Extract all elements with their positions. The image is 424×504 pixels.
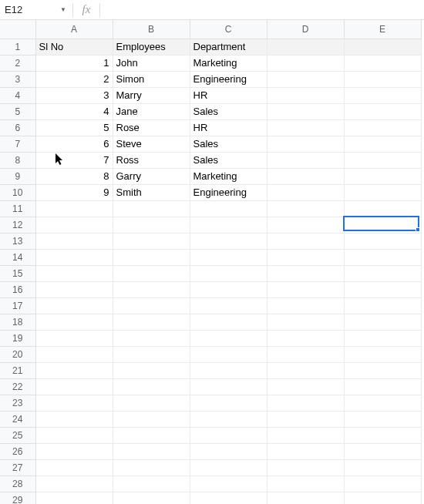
row-header-20[interactable]: 20 — [0, 346, 35, 362]
cell-D23[interactable] — [267, 395, 344, 411]
cell-A19[interactable] — [35, 330, 113, 346]
cell-A4[interactable]: 3 — [35, 87, 113, 103]
cell-D28[interactable] — [267, 475, 344, 492]
col-header-D[interactable]: D — [267, 20, 344, 39]
cell-E10[interactable] — [344, 184, 421, 200]
cell-A6[interactable]: 5 — [35, 119, 113, 136]
col-header-E[interactable]: E — [344, 20, 421, 39]
row-header-7[interactable]: 7 — [0, 136, 35, 152]
cell-C6[interactable]: HR — [190, 119, 267, 136]
cell-E20[interactable] — [344, 346, 421, 362]
cell-B10[interactable]: Smith — [113, 184, 190, 200]
cell-C25[interactable] — [190, 427, 267, 443]
row-header-23[interactable]: 23 — [0, 395, 35, 411]
cell-B2[interactable]: John — [113, 55, 190, 71]
cell-C4[interactable]: HR — [190, 87, 267, 103]
cell-B28[interactable] — [113, 475, 190, 492]
cell-B16[interactable] — [113, 281, 190, 297]
cell-D7[interactable] — [267, 136, 344, 152]
cell-B24[interactable] — [113, 411, 190, 427]
cell-C26[interactable] — [190, 443, 267, 459]
cell-E5[interactable] — [344, 103, 421, 119]
cell-B5[interactable]: Jane — [113, 103, 190, 119]
cell-A24[interactable] — [35, 411, 113, 427]
cell-E7[interactable] — [344, 136, 421, 152]
cell-D15[interactable] — [267, 265, 344, 281]
row-header-17[interactable]: 17 — [0, 297, 35, 314]
cell-B1[interactable]: Employees — [113, 39, 190, 55]
cell-B14[interactable] — [113, 249, 190, 265]
cell-B3[interactable]: Simon — [113, 71, 190, 87]
cell-B6[interactable]: Rose — [113, 119, 190, 136]
cell-A1[interactable]: Sl No — [35, 39, 113, 55]
cell-D10[interactable] — [267, 184, 344, 200]
cell-D22[interactable] — [267, 378, 344, 395]
cell-B12[interactable] — [113, 217, 190, 233]
row-header-21[interactable]: 21 — [0, 362, 35, 378]
row-header-1[interactable]: 1 — [0, 39, 35, 55]
row-header-22[interactable]: 22 — [0, 378, 35, 395]
row-header-24[interactable]: 24 — [0, 411, 35, 427]
cell-A11[interactable] — [35, 200, 113, 217]
cell-D16[interactable] — [267, 281, 344, 297]
cell-E21[interactable] — [344, 362, 421, 378]
cell-E24[interactable] — [344, 411, 421, 427]
cell-A17[interactable] — [35, 297, 113, 314]
cell-A15[interactable] — [35, 265, 113, 281]
cell-B27[interactable] — [113, 459, 190, 475]
cell-E6[interactable] — [344, 119, 421, 136]
cell-C5[interactable]: Sales — [190, 103, 267, 119]
cell-D3[interactable] — [267, 71, 344, 87]
cell-A28[interactable] — [35, 475, 113, 492]
cell-E4[interactable] — [344, 87, 421, 103]
cell-E23[interactable] — [344, 395, 421, 411]
cell-E27[interactable] — [344, 459, 421, 475]
cell-C23[interactable] — [190, 395, 267, 411]
cell-E1[interactable] — [344, 39, 421, 55]
cell-B7[interactable]: Steve — [113, 136, 190, 152]
cell-C15[interactable] — [190, 265, 267, 281]
row-header-6[interactable]: 6 — [0, 119, 35, 136]
cell-C11[interactable] — [190, 200, 267, 217]
row-header-2[interactable]: 2 — [0, 55, 35, 71]
cell-D29[interactable] — [267, 492, 344, 504]
col-header-B[interactable]: B — [113, 20, 190, 39]
cell-A3[interactable]: 2 — [35, 71, 113, 87]
cell-A13[interactable] — [35, 233, 113, 249]
name-box-input[interactable] — [0, 1, 57, 19]
col-header-C[interactable]: C — [190, 20, 267, 39]
row-header-14[interactable]: 14 — [0, 249, 35, 265]
cell-E2[interactable] — [344, 55, 421, 71]
cell-A10[interactable]: 9 — [35, 184, 113, 200]
cell-E15[interactable] — [344, 265, 421, 281]
cell-C27[interactable] — [190, 459, 267, 475]
row-header-29[interactable]: 29 — [0, 492, 35, 504]
cell-D9[interactable] — [267, 168, 344, 184]
cell-B9[interactable]: Garry — [113, 168, 190, 184]
cell-C21[interactable] — [190, 362, 267, 378]
cell-D14[interactable] — [267, 249, 344, 265]
cell-D11[interactable] — [267, 200, 344, 217]
cell-B4[interactable]: Marry — [113, 87, 190, 103]
cell-D13[interactable] — [267, 233, 344, 249]
cell-D4[interactable] — [267, 87, 344, 103]
cell-E25[interactable] — [344, 427, 421, 443]
cell-E22[interactable] — [344, 378, 421, 395]
row-header-25[interactable]: 25 — [0, 427, 35, 443]
cell-B8[interactable]: Ross — [113, 152, 190, 168]
cell-C1[interactable]: Department — [190, 39, 267, 55]
cell-A2[interactable]: 1 — [35, 55, 113, 71]
cell-D18[interactable] — [267, 314, 344, 330]
cell-A25[interactable] — [35, 427, 113, 443]
cell-D2[interactable] — [267, 55, 344, 71]
cell-B17[interactable] — [113, 297, 190, 314]
cell-C28[interactable] — [190, 475, 267, 492]
cell-E26[interactable] — [344, 443, 421, 459]
cell-E17[interactable] — [344, 297, 421, 314]
cell-C16[interactable] — [190, 281, 267, 297]
cell-D27[interactable] — [267, 459, 344, 475]
cell-C8[interactable]: Sales — [190, 152, 267, 168]
cell-D21[interactable] — [267, 362, 344, 378]
cell-E19[interactable] — [344, 330, 421, 346]
formula-input[interactable] — [103, 1, 424, 19]
